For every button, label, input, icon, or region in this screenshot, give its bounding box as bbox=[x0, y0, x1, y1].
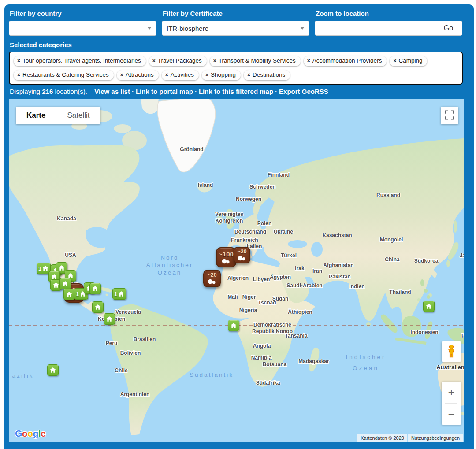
link-separator: · bbox=[275, 88, 277, 95]
selected-categories-label: Selected categories bbox=[10, 41, 474, 48]
cluster-count: ~20 bbox=[237, 249, 246, 255]
remove-icon: × bbox=[17, 58, 20, 64]
filter-country-label: Filter by country bbox=[10, 10, 156, 17]
status-link[interactable]: Link to this filtered map bbox=[199, 88, 273, 95]
go-button[interactable]: Go bbox=[435, 21, 462, 35]
map-data-attribution: Kartendaten © 2020 bbox=[357, 434, 407, 442]
house-marker[interactable] bbox=[92, 301, 104, 313]
house-icon bbox=[52, 282, 60, 289]
status-links: View as list·Link to portal map·Link to … bbox=[94, 88, 328, 95]
certificate-select[interactable]: ITR-biosphere bbox=[162, 21, 309, 36]
category-tag[interactable]: ×Activities bbox=[162, 70, 199, 80]
pegman-button[interactable] bbox=[442, 341, 461, 362]
status-bar: Displaying 216 location(s). View as list… bbox=[10, 88, 474, 96]
cluster-count: ~100 bbox=[219, 251, 234, 257]
house-icon bbox=[425, 303, 432, 310]
marker-count-badge: 1 bbox=[114, 291, 117, 297]
house-icon bbox=[106, 315, 113, 323]
link-separator: · bbox=[132, 88, 134, 95]
selected-categories-box: ×Tour operators, Travel agents, Intermed… bbox=[9, 52, 463, 85]
category-tag[interactable]: ×Transport & Mobility Services bbox=[210, 56, 301, 66]
category-tag[interactable]: ×Destinations bbox=[244, 70, 290, 80]
zoom-control: + − bbox=[442, 382, 461, 425]
status-displaying: Displaying bbox=[10, 88, 40, 95]
status-count: 216 bbox=[42, 88, 53, 95]
filters-row: Filter by country Filter by Certificate … bbox=[4, 4, 474, 36]
remove-icon: × bbox=[393, 58, 396, 64]
house-marker[interactable] bbox=[47, 364, 59, 376]
remove-icon: × bbox=[307, 58, 310, 64]
house-icon bbox=[66, 291, 73, 298]
house-marker[interactable]: 1 bbox=[112, 288, 126, 300]
house-marker[interactable] bbox=[60, 278, 71, 289]
status-suffix: location(s). bbox=[55, 88, 87, 95]
marker-count-badge: 1 bbox=[38, 265, 41, 272]
category-tag[interactable]: ×Attractions bbox=[117, 70, 159, 80]
house-icon bbox=[230, 322, 237, 329]
remove-icon: × bbox=[17, 72, 20, 78]
remove-icon: × bbox=[205, 72, 208, 78]
house-marker[interactable] bbox=[423, 301, 435, 312]
link-separator: · bbox=[195, 88, 197, 95]
category-tag[interactable]: ×Shopping bbox=[202, 70, 241, 80]
remove-icon: × bbox=[120, 72, 123, 78]
category-tag[interactable]: ×Restaurants & Catering Services bbox=[14, 70, 114, 80]
location-input-wrap: Go bbox=[315, 21, 462, 36]
zoom-out-button[interactable]: − bbox=[442, 404, 461, 425]
cluster-marker[interactable]: ~20 bbox=[203, 270, 221, 287]
status-link[interactable]: View as list bbox=[94, 88, 130, 95]
map-panel: Filter by country Filter by Certificate … bbox=[4, 4, 474, 449]
remove-icon: × bbox=[152, 58, 156, 64]
category-tag[interactable]: ×Tour operators, Travel agents, Intermed… bbox=[14, 56, 146, 66]
map-type-satellite-button[interactable]: Satellit bbox=[56, 107, 100, 124]
house-icon bbox=[42, 265, 49, 272]
category-tag[interactable]: ×Travel Packages bbox=[149, 56, 207, 66]
map-type-control: Karte Satellit bbox=[16, 107, 100, 124]
house-marker[interactable] bbox=[104, 313, 115, 325]
pegman-icon bbox=[445, 344, 458, 360]
status-link[interactable]: Export GeoRSS bbox=[279, 88, 328, 95]
location-input[interactable] bbox=[315, 21, 435, 35]
people-icon bbox=[237, 254, 247, 261]
filter-country-group: Filter by country bbox=[9, 10, 156, 36]
chevron-down-icon bbox=[300, 27, 305, 30]
people-icon bbox=[207, 278, 217, 285]
remove-icon: × bbox=[247, 72, 250, 78]
filter-certificate-group: Filter by Certificate ITR-biosphere bbox=[162, 10, 309, 36]
zoom-to-location-group: Zoom to location Go bbox=[315, 10, 462, 36]
category-tag[interactable]: ×Accommodation Providers bbox=[304, 56, 387, 66]
house-marker[interactable] bbox=[228, 320, 239, 331]
cluster-marker[interactable]: ~20 bbox=[234, 247, 250, 263]
house-icon bbox=[118, 290, 125, 297]
chevron-down-icon bbox=[147, 27, 152, 30]
zoom-in-button[interactable]: + bbox=[442, 382, 461, 403]
map-type-map-button[interactable]: Karte bbox=[16, 107, 56, 124]
terms-link[interactable]: Nutzungsbedingungen bbox=[408, 434, 463, 442]
cluster-count: ~20 bbox=[207, 272, 216, 278]
google-logo[interactable]: Google bbox=[15, 428, 45, 439]
filter-certificate-label: Filter by Certificate bbox=[163, 10, 309, 17]
fullscreen-button[interactable] bbox=[441, 107, 458, 124]
marker-count-badge: 1 bbox=[76, 291, 79, 297]
certificate-select-value: ITR-biosphere bbox=[167, 25, 300, 32]
fullscreen-icon bbox=[444, 109, 455, 122]
house-marker[interactable] bbox=[63, 289, 75, 300]
map-canvas[interactable]: KanadaUSAMexikoGrönlandIslandFinnlandSch… bbox=[9, 99, 464, 442]
status-link[interactable]: Link to portal map bbox=[136, 88, 193, 95]
house-icon bbox=[62, 280, 69, 287]
map-attribution: Kartendaten © 2020 Nutzungsbedingungen bbox=[357, 434, 463, 442]
zoom-to-location-label: Zoom to location bbox=[316, 10, 462, 17]
biosphere-map-page: Filter by country Filter by Certificate … bbox=[0, 0, 476, 449]
country-select[interactable] bbox=[9, 21, 156, 36]
map-markers-layer: ~100~20~20~50111 bbox=[9, 99, 464, 442]
house-icon bbox=[49, 367, 56, 374]
house-marker[interactable] bbox=[89, 283, 101, 294]
remove-icon: × bbox=[165, 72, 168, 78]
house-icon bbox=[92, 285, 99, 292]
remove-icon: × bbox=[213, 58, 216, 64]
house-icon bbox=[94, 304, 101, 311]
people-icon bbox=[221, 257, 231, 264]
house-icon bbox=[58, 264, 65, 271]
category-tag[interactable]: ×Camping bbox=[390, 56, 427, 66]
